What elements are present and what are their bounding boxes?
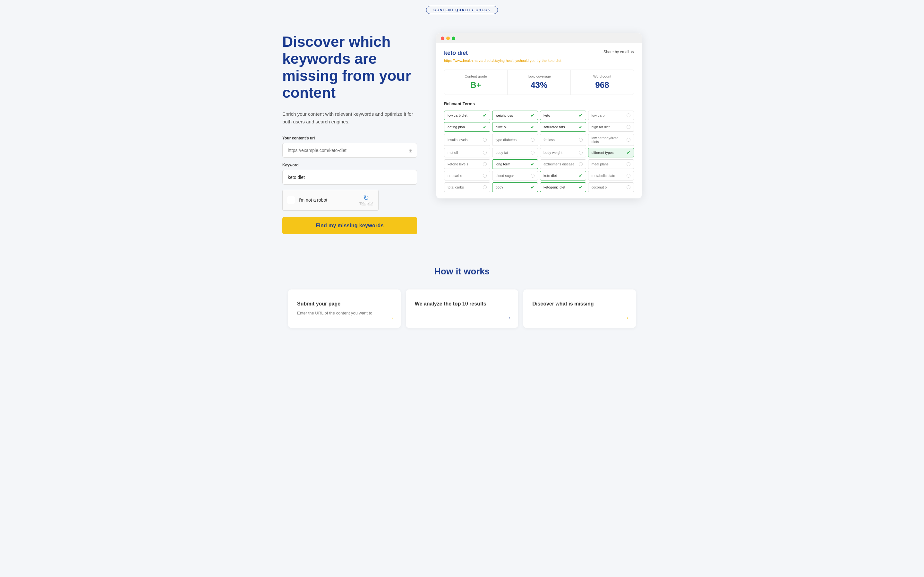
keyword-text: keto diet	[543, 174, 557, 177]
keyword-text: keto	[543, 113, 550, 117]
share-label: Share by email	[604, 50, 629, 54]
keyword-tag: coconut oil	[588, 182, 634, 192]
browser-content: keto diet https://www.health.harvard.edu…	[436, 43, 642, 198]
keyword-label: Keyword	[282, 163, 417, 167]
site-url[interactable]: https://www.health.harvard.edu/staying-h…	[444, 59, 561, 63]
topic-coverage-value: 43%	[513, 80, 565, 90]
keyword-tag: metabolic state	[588, 171, 634, 181]
keyword-text: body	[496, 185, 503, 189]
keyword-tag: blood sugar	[492, 171, 538, 181]
keyword-text: high fat diet	[591, 125, 610, 129]
keyword-text: metabolic state	[591, 174, 615, 177]
keyword-tag: long term✔	[492, 159, 538, 169]
keyword-check-icon: ✔	[579, 173, 583, 178]
keyword-text: fat loss	[543, 138, 555, 142]
url-input[interactable]	[282, 143, 417, 158]
browser-topbar	[436, 33, 642, 43]
keyword-tag: low carbohydrate diets	[588, 134, 634, 146]
share-button[interactable]: Share by email ✉	[604, 50, 634, 54]
keywords-grid: low carb diet✔weight loss✔keto✔low carbe…	[444, 111, 634, 192]
keyword-unchecked-circle	[627, 125, 630, 129]
keyword-unchecked-circle	[483, 174, 487, 177]
keyword-text: ketone levels	[447, 162, 468, 166]
window-maximize-dot	[452, 37, 455, 40]
keyword-check-icon: ✔	[531, 113, 535, 118]
step-title: We analyze the top 10 results	[415, 301, 509, 307]
keyword-check-icon: ✔	[483, 124, 487, 129]
captcha-logo: ↻ reCAPTCHA Privacy · Terms	[359, 195, 373, 206]
keyword-tag: total carbs	[444, 182, 490, 192]
keyword-check-icon: ✔	[531, 185, 535, 190]
relevant-terms-title: Relevant Terms	[444, 101, 634, 106]
recaptcha-label: reCAPTCHA	[359, 201, 373, 204]
captcha-box[interactable]: I'm not a robot ↻ reCAPTCHA Privacy · Te…	[282, 190, 379, 211]
keyword-tag: olive oil✔	[492, 122, 538, 132]
step-arrow-icon: →	[388, 314, 394, 322]
recaptcha-icon: ↻	[363, 195, 369, 201]
window-close-dot	[441, 37, 444, 40]
window-minimize-dot	[446, 37, 450, 40]
content-quality-badge: CONTENT QUALITY CHECK	[426, 6, 498, 14]
keyword-tag: insulin levels	[444, 134, 490, 146]
keyword-text: saturated fats	[543, 125, 565, 129]
privacy-link[interactable]: Privacy	[359, 204, 366, 206]
keyword-check-icon: ✔	[627, 150, 630, 155]
how-it-works-section: How it works Submit your pageEnter the U…	[0, 247, 924, 341]
hero-right: keto diet https://www.health.harvard.edu…	[436, 33, 642, 198]
step-card: We analyze the top 10 results→	[406, 290, 519, 328]
keyword-text: body weight	[543, 151, 562, 155]
content-grade-value: B+	[449, 80, 502, 90]
captcha-checkbox[interactable]	[288, 197, 294, 203]
keyword-tag: alzheimer's disease	[540, 159, 586, 169]
keyword-check-icon: ✔	[579, 185, 583, 190]
captcha-label: I'm not a robot	[299, 197, 355, 203]
keyword-unchecked-circle	[627, 174, 630, 177]
keyword-unchecked-circle	[531, 174, 535, 177]
keyword-tag: ketogenic diet✔	[540, 182, 586, 192]
keyword-tag: low carb diet✔	[444, 111, 490, 120]
keyword-unchecked-circle	[483, 185, 487, 189]
keyword-text: blood sugar	[496, 174, 514, 177]
step-arrow-icon: →	[505, 314, 512, 322]
keyword-text: ketogenic diet	[543, 185, 565, 189]
keyword-tag: high fat diet	[588, 122, 634, 132]
keyword-text: insulin levels	[447, 138, 467, 142]
keyword-unchecked-circle	[579, 151, 583, 155]
keyword-tag: type diabetes	[492, 134, 538, 146]
step-card: Discover what is missing→	[523, 290, 636, 328]
keyword-text: net carbs	[447, 174, 462, 177]
top-badge-bar: CONTENT QUALITY CHECK	[0, 0, 924, 14]
keyword-tag: keto diet✔	[540, 171, 586, 181]
content-grade-label: Content grade	[449, 74, 502, 78]
keyword-check-icon: ✔	[579, 124, 583, 129]
keyword-text: type diabetes	[496, 138, 517, 142]
keyword-text: alzheimer's disease	[543, 162, 574, 166]
keyword-unchecked-circle	[531, 151, 535, 155]
site-info: keto diet https://www.health.harvard.edu…	[444, 50, 561, 63]
keyword-text: eating plan	[447, 125, 465, 129]
site-title: keto diet	[444, 50, 561, 56]
keyword-unchecked-circle	[483, 138, 487, 142]
keyword-tag: different types✔	[588, 148, 634, 157]
terms-link[interactable]: Terms	[367, 204, 373, 206]
content-header: keto diet https://www.health.harvard.edu…	[444, 50, 634, 63]
keyword-unchecked-circle	[579, 138, 583, 142]
keyword-tag: eating plan✔	[444, 122, 490, 132]
hero-left: Discover which keywords are missing from…	[282, 33, 417, 234]
keyword-text: long term	[496, 162, 510, 166]
keyword-text: low carb	[591, 113, 605, 117]
content-grade-cell: Content grade B+	[444, 70, 507, 95]
keyword-unchecked-circle	[483, 151, 487, 155]
keyword-tag: body✔	[492, 182, 538, 192]
step-title: Discover what is missing	[532, 301, 627, 307]
keyword-unchecked-circle	[627, 138, 630, 142]
keyword-input[interactable]	[282, 170, 417, 185]
keyword-tag: ketone levels	[444, 159, 490, 169]
step-card: Submit your pageEnter the URL of the con…	[288, 290, 401, 328]
keyword-text: body fat	[496, 151, 508, 155]
how-it-works-title: How it works	[13, 266, 911, 277]
keyword-tag: mct oil	[444, 148, 490, 157]
keyword-text: mct oil	[447, 151, 458, 155]
find-keywords-button[interactable]: Find my missing keywords	[282, 217, 417, 234]
keyword-unchecked-circle	[579, 162, 583, 166]
